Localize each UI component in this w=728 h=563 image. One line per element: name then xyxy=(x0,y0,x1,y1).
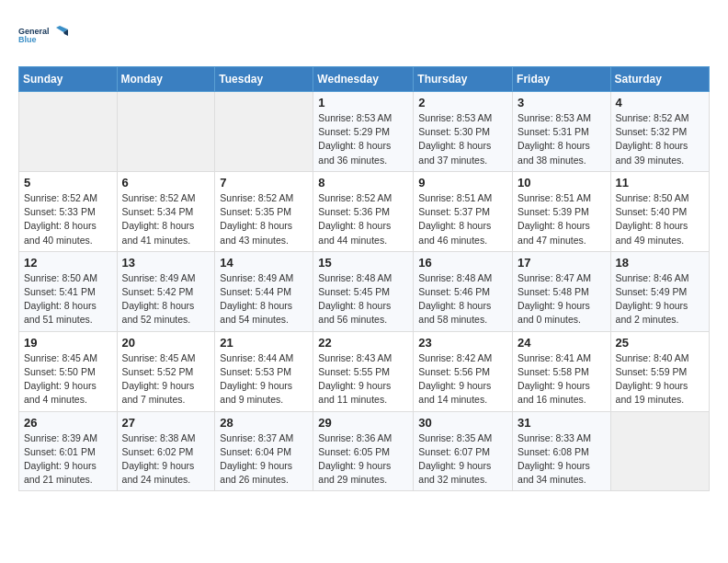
day-number: 18 xyxy=(616,256,704,270)
week-row-5: 26Sunrise: 8:39 AM Sunset: 6:01 PM Dayli… xyxy=(19,411,710,491)
day-number: 15 xyxy=(318,256,408,270)
day-info: Sunrise: 8:42 AM Sunset: 5:56 PM Dayligh… xyxy=(418,351,507,408)
svg-text:Blue: Blue xyxy=(18,35,37,44)
day-info: Sunrise: 8:52 AM Sunset: 5:35 PM Dayligh… xyxy=(220,191,308,247)
day-number: 4 xyxy=(616,96,704,109)
week-row-3: 12Sunrise: 8:50 AM Sunset: 5:41 PM Dayli… xyxy=(19,251,710,331)
calendar-cell: 1Sunrise: 8:53 AM Sunset: 5:29 PM Daylig… xyxy=(313,92,414,172)
calendar-cell: 29Sunrise: 8:36 AM Sunset: 6:05 PM Dayli… xyxy=(313,411,414,491)
day-info: Sunrise: 8:51 AM Sunset: 5:37 PM Dayligh… xyxy=(418,191,507,247)
calendar-cell: 30Sunrise: 8:35 AM Sunset: 6:07 PM Dayli… xyxy=(414,411,513,491)
day-info: Sunrise: 8:52 AM Sunset: 5:33 PM Dayligh… xyxy=(24,191,112,247)
calendar-cell: 19Sunrise: 8:45 AM Sunset: 5:50 PM Dayli… xyxy=(19,331,118,411)
calendar-cell xyxy=(19,92,118,172)
calendar-cell: 17Sunrise: 8:47 AM Sunset: 5:48 PM Dayli… xyxy=(513,251,611,331)
calendar-cell: 25Sunrise: 8:40 AM Sunset: 5:59 PM Dayli… xyxy=(610,331,709,411)
day-number: 14 xyxy=(220,256,308,270)
calendar-header-row: SundayMondayTuesdayWednesdayThursdayFrid… xyxy=(19,67,710,92)
calendar-cell: 24Sunrise: 8:41 AM Sunset: 5:58 PM Dayli… xyxy=(513,331,611,411)
day-info: Sunrise: 8:33 AM Sunset: 6:08 PM Dayligh… xyxy=(518,431,606,488)
day-info: Sunrise: 8:41 AM Sunset: 5:58 PM Dayligh… xyxy=(518,351,606,408)
day-number: 3 xyxy=(518,96,606,109)
calendar-cell: 31Sunrise: 8:33 AM Sunset: 6:08 PM Dayli… xyxy=(513,411,611,491)
calendar-cell: 5Sunrise: 8:52 AM Sunset: 5:33 PM Daylig… xyxy=(19,171,118,251)
day-number: 28 xyxy=(220,416,308,430)
day-info: Sunrise: 8:47 AM Sunset: 5:48 PM Dayligh… xyxy=(518,271,606,327)
calendar-cell: 7Sunrise: 8:52 AM Sunset: 5:35 PM Daylig… xyxy=(215,171,313,251)
day-number: 6 xyxy=(122,176,210,190)
day-info: Sunrise: 8:38 AM Sunset: 6:02 PM Dayligh… xyxy=(122,431,210,488)
calendar-cell: 18Sunrise: 8:46 AM Sunset: 5:49 PM Dayli… xyxy=(610,251,709,331)
calendar-table: SundayMondayTuesdayWednesdayThursdayFrid… xyxy=(18,66,710,491)
day-info: Sunrise: 8:45 AM Sunset: 5:52 PM Dayligh… xyxy=(122,351,210,408)
day-number: 9 xyxy=(418,176,507,190)
day-info: Sunrise: 8:36 AM Sunset: 6:05 PM Dayligh… xyxy=(318,431,408,488)
day-info: Sunrise: 8:40 AM Sunset: 5:59 PM Dayligh… xyxy=(616,351,704,408)
day-header-friday: Friday xyxy=(513,67,611,92)
day-number: 31 xyxy=(518,416,606,430)
day-header-monday: Monday xyxy=(117,67,215,92)
day-number: 2 xyxy=(418,96,507,109)
day-info: Sunrise: 8:52 AM Sunset: 5:32 PM Dayligh… xyxy=(616,111,704,167)
day-number: 10 xyxy=(518,176,606,190)
day-number: 11 xyxy=(616,176,704,190)
day-info: Sunrise: 8:48 AM Sunset: 5:46 PM Dayligh… xyxy=(418,271,507,327)
day-info: Sunrise: 8:53 AM Sunset: 5:29 PM Dayligh… xyxy=(318,111,408,167)
day-number: 19 xyxy=(24,336,112,350)
day-info: Sunrise: 8:39 AM Sunset: 6:01 PM Dayligh… xyxy=(24,431,112,488)
day-info: Sunrise: 8:37 AM Sunset: 6:04 PM Dayligh… xyxy=(220,431,308,488)
week-row-2: 5Sunrise: 8:52 AM Sunset: 5:33 PM Daylig… xyxy=(19,171,710,251)
day-number: 17 xyxy=(518,256,606,270)
day-number: 26 xyxy=(24,416,112,430)
calendar-cell xyxy=(215,92,313,172)
logo-icon: General Blue xyxy=(18,15,69,55)
calendar-cell: 3Sunrise: 8:53 AM Sunset: 5:31 PM Daylig… xyxy=(513,92,611,172)
day-number: 25 xyxy=(616,336,704,350)
day-info: Sunrise: 8:51 AM Sunset: 5:39 PM Dayligh… xyxy=(518,191,606,247)
day-info: Sunrise: 8:45 AM Sunset: 5:50 PM Dayligh… xyxy=(24,351,112,408)
week-row-1: 1Sunrise: 8:53 AM Sunset: 5:29 PM Daylig… xyxy=(19,92,710,172)
day-info: Sunrise: 8:53 AM Sunset: 5:31 PM Dayligh… xyxy=(518,111,606,167)
calendar-cell: 4Sunrise: 8:52 AM Sunset: 5:32 PM Daylig… xyxy=(610,92,709,172)
day-number: 12 xyxy=(24,256,112,270)
calendar-cell: 21Sunrise: 8:44 AM Sunset: 5:53 PM Dayli… xyxy=(215,331,313,411)
day-number: 1 xyxy=(318,96,408,109)
calendar-cell: 20Sunrise: 8:45 AM Sunset: 5:52 PM Dayli… xyxy=(117,331,215,411)
day-number: 8 xyxy=(318,176,408,190)
day-info: Sunrise: 8:48 AM Sunset: 5:45 PM Dayligh… xyxy=(318,271,408,327)
day-header-wednesday: Wednesday xyxy=(313,67,414,92)
header: General Blue xyxy=(18,15,710,55)
calendar-cell: 8Sunrise: 8:52 AM Sunset: 5:36 PM Daylig… xyxy=(313,171,414,251)
calendar-cell: 13Sunrise: 8:49 AM Sunset: 5:42 PM Dayli… xyxy=(117,251,215,331)
day-header-thursday: Thursday xyxy=(414,67,513,92)
day-number: 23 xyxy=(418,336,507,350)
day-info: Sunrise: 8:49 AM Sunset: 5:44 PM Dayligh… xyxy=(220,271,308,327)
calendar-cell: 23Sunrise: 8:42 AM Sunset: 5:56 PM Dayli… xyxy=(414,331,513,411)
calendar-cell: 14Sunrise: 8:49 AM Sunset: 5:44 PM Dayli… xyxy=(215,251,313,331)
day-info: Sunrise: 8:49 AM Sunset: 5:42 PM Dayligh… xyxy=(122,271,210,327)
day-info: Sunrise: 8:50 AM Sunset: 5:41 PM Dayligh… xyxy=(24,271,112,327)
day-number: 5 xyxy=(24,176,112,190)
calendar-cell: 16Sunrise: 8:48 AM Sunset: 5:46 PM Dayli… xyxy=(414,251,513,331)
day-info: Sunrise: 8:35 AM Sunset: 6:07 PM Dayligh… xyxy=(418,431,507,488)
calendar-cell: 28Sunrise: 8:37 AM Sunset: 6:04 PM Dayli… xyxy=(215,411,313,491)
calendar-cell xyxy=(610,411,709,491)
day-number: 13 xyxy=(122,256,210,270)
week-row-4: 19Sunrise: 8:45 AM Sunset: 5:50 PM Dayli… xyxy=(19,331,710,411)
day-number: 22 xyxy=(318,336,408,350)
day-number: 20 xyxy=(122,336,210,350)
calendar-cell: 11Sunrise: 8:50 AM Sunset: 5:40 PM Dayli… xyxy=(610,171,709,251)
day-header-sunday: Sunday xyxy=(19,67,118,92)
calendar-cell: 22Sunrise: 8:43 AM Sunset: 5:55 PM Dayli… xyxy=(313,331,414,411)
calendar-cell: 6Sunrise: 8:52 AM Sunset: 5:34 PM Daylig… xyxy=(117,171,215,251)
day-number: 29 xyxy=(318,416,408,430)
day-number: 30 xyxy=(418,416,507,430)
day-info: Sunrise: 8:52 AM Sunset: 5:34 PM Dayligh… xyxy=(122,191,210,247)
calendar-cell: 26Sunrise: 8:39 AM Sunset: 6:01 PM Dayli… xyxy=(19,411,118,491)
logo: General Blue xyxy=(18,15,69,55)
day-info: Sunrise: 8:46 AM Sunset: 5:49 PM Dayligh… xyxy=(616,271,704,327)
calendar-cell: 10Sunrise: 8:51 AM Sunset: 5:39 PM Dayli… xyxy=(513,171,611,251)
day-info: Sunrise: 8:44 AM Sunset: 5:53 PM Dayligh… xyxy=(220,351,308,408)
day-number: 21 xyxy=(220,336,308,350)
day-number: 24 xyxy=(518,336,606,350)
